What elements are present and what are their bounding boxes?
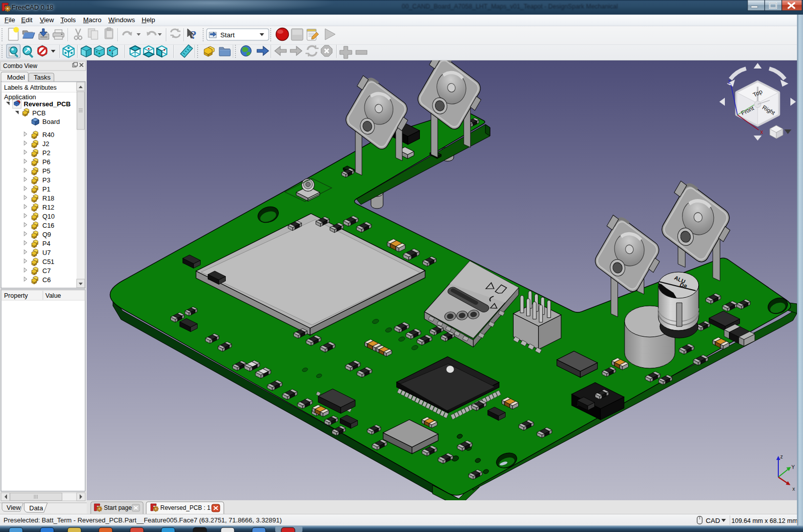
svg-text:View: View (7, 504, 21, 511)
svg-text:Start: Start (220, 31, 235, 39)
svg-text:C51: C51 (42, 258, 54, 265)
svg-text:109.64 mm x 68.12 mm: 109.64 mm x 68.12 mm (731, 517, 797, 524)
svg-text:P5: P5 (42, 167, 50, 175)
svg-text:P2: P2 (42, 149, 50, 157)
svg-text:Board: Board (42, 118, 60, 125)
svg-text:C7: C7 (42, 267, 51, 275)
svg-text:Data: Data (29, 504, 43, 512)
svg-text:Q10: Q10 (42, 213, 55, 220)
svg-text:CAD: CAD (706, 517, 720, 524)
svg-text:P1: P1 (42, 185, 50, 193)
svg-text:Start page: Start page (104, 504, 132, 511)
svg-text:C6: C6 (42, 276, 51, 284)
svg-text:PCB: PCB (32, 109, 46, 117)
svg-text:C16: C16 (42, 222, 54, 229)
svg-text:Reversed_PCB : 1: Reversed_PCB : 1 (160, 504, 211, 511)
svg-text:Value: Value (45, 292, 61, 299)
svg-text:J2: J2 (42, 140, 49, 148)
svg-text:U7: U7 (42, 249, 51, 256)
svg-text:Tasks: Tasks (34, 74, 51, 81)
svg-text:Combo View: Combo View (3, 62, 37, 70)
svg-text:z: z (780, 454, 783, 459)
svg-text:Y: Y (791, 464, 795, 470)
svg-text:P4: P4 (42, 240, 50, 247)
svg-text:R40: R40 (42, 131, 54, 139)
svg-text:x: x (792, 486, 795, 492)
svg-text:z: z (728, 78, 731, 85)
svg-text:Q9: Q9 (42, 231, 51, 238)
svg-text:Reversed_PCB: Reversed_PCB (24, 100, 71, 108)
svg-text:R12: R12 (42, 204, 54, 211)
svg-text:x: x (760, 128, 763, 136)
svg-text:R18: R18 (42, 194, 54, 202)
svg-text:Labels & Attributes: Labels & Attributes (4, 84, 56, 91)
svg-text:Model: Model (7, 74, 25, 81)
svg-text:P6: P6 (42, 158, 50, 166)
svg-text:P3: P3 (42, 176, 50, 184)
svg-text:Property: Property (4, 292, 28, 299)
